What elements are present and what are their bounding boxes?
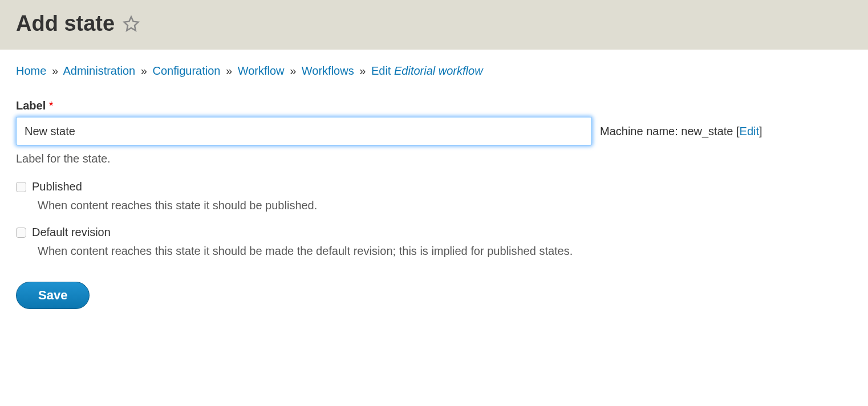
breadcrumb-separator: » <box>359 64 366 77</box>
machine-name-edit-wrap: [Edit] <box>736 125 762 137</box>
label-field-title-text: Label <box>16 99 46 112</box>
required-marker: * <box>49 99 54 112</box>
default-revision-description: When content reaches this state it shoul… <box>38 245 852 258</box>
breadcrumb-workflows[interactable]: Workflows <box>302 64 354 77</box>
label-description: Label for the state. <box>16 152 852 165</box>
label-input[interactable] <box>16 117 592 145</box>
breadcrumb-edit-item: Editorial workflow <box>394 64 483 77</box>
published-label[interactable]: Published <box>32 180 82 193</box>
breadcrumb-configuration[interactable]: Configuration <box>152 64 220 77</box>
form-item-label: Label * Machine name: new_state [Edit] L… <box>16 99 852 165</box>
machine-name-edit-link[interactable]: Edit <box>740 125 759 137</box>
default-revision-label[interactable]: Default revision <box>32 226 111 239</box>
breadcrumb-separator: » <box>52 64 58 77</box>
breadcrumb-separator: » <box>226 64 232 77</box>
page-title: Add state <box>16 11 115 36</box>
form-item-default-revision: Default revision When content reaches th… <box>16 226 852 258</box>
breadcrumb-workflow[interactable]: Workflow <box>238 64 285 77</box>
breadcrumb-edit-prefix: Edit <box>371 64 394 77</box>
page-content: Home » Administration » Configuration » … <box>0 50 868 324</box>
form-item-published: Published When content reaches this stat… <box>16 180 852 212</box>
breadcrumb-administration[interactable]: Administration <box>63 64 136 77</box>
star-icon[interactable] <box>123 15 140 33</box>
breadcrumb-home[interactable]: Home <box>16 64 46 77</box>
machine-name-value: new_state <box>681 125 733 137</box>
machine-name-label: Machine name: <box>600 125 681 137</box>
breadcrumb-separator: » <box>290 64 296 77</box>
breadcrumb-separator: » <box>141 64 147 77</box>
breadcrumb: Home » Administration » Configuration » … <box>16 64 852 78</box>
svg-marker-0 <box>124 17 139 30</box>
label-field-label: Label * <box>16 99 852 112</box>
machine-name-display: Machine name: new_state [Edit] <box>600 125 762 138</box>
page-header: Add state <box>0 0 868 50</box>
default-revision-checkbox[interactable] <box>16 228 26 238</box>
published-description: When content reaches this state it shoul… <box>38 199 852 212</box>
save-button[interactable]: Save <box>16 282 90 309</box>
breadcrumb-edit-workflow[interactable]: Edit Editorial workflow <box>371 64 483 77</box>
published-checkbox[interactable] <box>16 182 26 192</box>
